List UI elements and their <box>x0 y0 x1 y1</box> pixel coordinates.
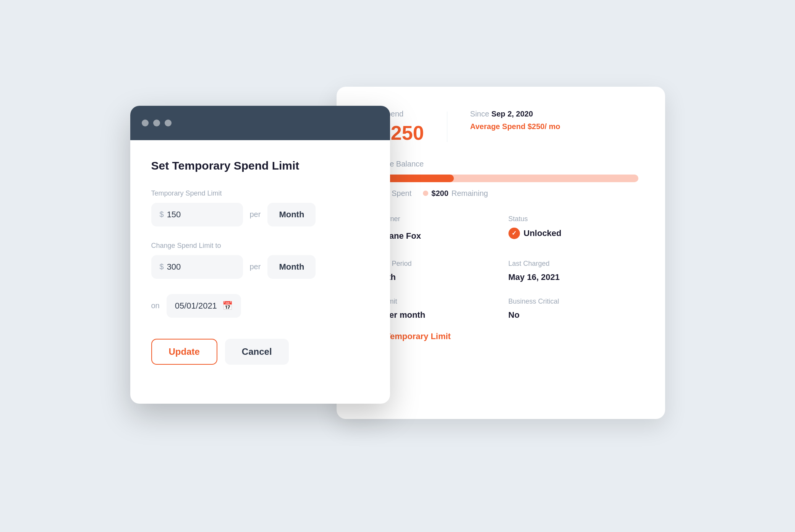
legend-row: $100 Spent $200 Remaining <box>363 189 638 198</box>
balance-label: Available Balance <box>363 160 638 168</box>
progress-bar <box>363 175 638 182</box>
remaining-legend: $200 Remaining <box>423 189 488 198</box>
status-label: Status <box>508 215 638 223</box>
temp-limit-value: 150 <box>167 210 181 220</box>
business-critical-cell: Business Critical No <box>508 298 638 320</box>
calendar-icon: 📅 <box>222 301 233 311</box>
left-modal: Set Temporary Spend Limit Temporary Spen… <box>130 106 390 404</box>
date-row: on 05/01/2021 📅 <box>151 294 369 318</box>
remaining-dot <box>423 191 428 196</box>
business-critical-label: Business Critical <box>508 298 638 306</box>
currency-symbol-1: $ <box>160 210 164 219</box>
last-charged-label: Last Charged <box>508 260 638 268</box>
per-label-1: per <box>250 210 261 219</box>
date-input[interactable]: 05/01/2021 📅 <box>167 294 241 318</box>
per-label-2: per <box>250 262 261 271</box>
status-cell: Status ✓ Unlocked <box>508 215 638 244</box>
since-date: Since Sep 2, 2020 <box>470 110 560 118</box>
window-dot-3 <box>165 120 172 126</box>
action-row: Update Cancel <box>151 339 369 365</box>
modal-header <box>130 106 390 140</box>
date-value: 05/01/2021 <box>175 301 217 311</box>
change-limit-input[interactable]: $ 300 <box>151 255 243 279</box>
window-dot-1 <box>142 120 149 126</box>
update-button[interactable]: Update <box>151 339 217 365</box>
avg-spend: Average Spend $250/ mo <box>470 122 560 131</box>
business-critical-value: No <box>508 310 638 320</box>
change-limit-period-button[interactable]: Month <box>267 255 316 279</box>
temp-limit-row: $ 150 per Month <box>151 203 369 226</box>
vertical-divider <box>447 112 447 142</box>
last-charged-value: May 16, 2021 <box>508 272 638 282</box>
window-dot-2 <box>153 120 160 126</box>
change-limit-value: 300 <box>167 262 181 272</box>
change-limit-row: $ 300 per Month <box>151 255 369 279</box>
temp-limit-period-button[interactable]: Month <box>267 203 316 226</box>
temp-limit-label: Temporary Spend Limit <box>151 189 369 197</box>
modal-title: Set Temporary Spend Limit <box>151 159 369 172</box>
status-value: ✓ Unlocked <box>508 228 638 239</box>
check-icon: ✓ <box>508 228 520 239</box>
currency-symbol-2: $ <box>160 262 164 271</box>
temp-limit-input[interactable]: $ 150 <box>151 203 243 226</box>
last-charged-cell: Last Charged May 16, 2021 <box>508 260 638 282</box>
on-label: on <box>151 301 160 310</box>
set-temp-limit-link[interactable]: Set a Temporary Limit <box>363 331 638 341</box>
info-grid: Card Owner 👩 Jane Fox Status ✓ Unlocked … <box>363 215 638 320</box>
cancel-button[interactable]: Cancel <box>225 339 289 365</box>
change-limit-label: Change Spend Limit to <box>151 242 369 250</box>
